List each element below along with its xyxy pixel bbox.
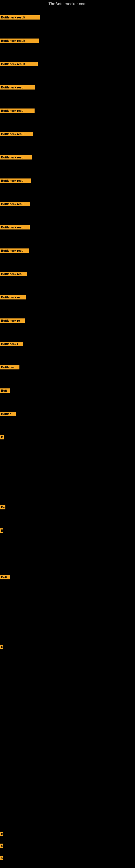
bottleneck-result-label[interactable]: Bottleneck resu (0, 202, 30, 206)
bottleneck-result-label[interactable]: s (0, 856, 3, 860)
bottleneck-result-label[interactable]: Bottleneck resu (0, 85, 35, 90)
bottleneck-result-label[interactable]: Bottleneck re (0, 318, 25, 323)
bottleneck-result-label[interactable]: Bottleneck r (0, 342, 23, 346)
bottleneck-result-label[interactable]: Bottleneck re (0, 295, 26, 300)
bottleneck-result-label[interactable]: Bottlen (0, 412, 16, 416)
bottleneck-result-label[interactable]: Bottleneck result (0, 38, 39, 43)
bottleneck-result-label[interactable]: s (0, 844, 3, 848)
bottleneck-result-label[interactable]: B (0, 435, 4, 439)
bottleneck-result-label[interactable]: Bo (0, 505, 5, 509)
bottleneck-result-label[interactable]: Bott (0, 575, 10, 579)
bottleneck-result-label[interactable]: Bottleneck resu (0, 179, 31, 183)
bottleneck-result-label[interactable]: E (0, 645, 3, 649)
bottleneck-result-label[interactable]: Bottleneck res (0, 272, 27, 276)
bottleneck-result-label[interactable]: Bottleneck resu (0, 248, 29, 253)
bottleneck-result-label[interactable]: Bottleneck resu (0, 132, 33, 136)
bottleneck-result-label[interactable]: B (0, 832, 3, 836)
bottleneck-result-label[interactable]: B (0, 528, 3, 533)
bottleneck-result-label[interactable]: Bottleneck resu (0, 225, 30, 229)
bottleneck-result-label[interactable]: Bott (0, 389, 10, 393)
bottleneck-result-label[interactable]: Bottleneck resu (0, 155, 32, 159)
bottleneck-result-label[interactable]: Bottleneck result (0, 62, 38, 66)
bottleneck-result-label[interactable]: Bottleneck resu (0, 108, 35, 113)
bottleneck-result-label[interactable]: Bottleneck result (0, 15, 40, 20)
bottleneck-result-label[interactable]: Bottlenec (0, 365, 19, 369)
site-title: TheBottlenecker.com (0, 0, 135, 7)
